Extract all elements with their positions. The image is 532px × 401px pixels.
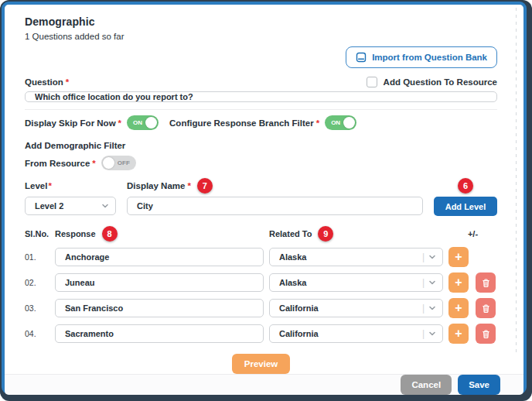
add-row-button[interactable]: + <box>448 247 469 267</box>
questions-count-text: 1 Questions added so far <box>25 32 497 41</box>
branch-filter-label: Configure Response Branch Filter* <box>169 118 319 128</box>
trash-icon <box>481 278 491 288</box>
level-select-value: Level 2 <box>35 201 101 211</box>
row-index: 04. <box>25 329 49 338</box>
select-separator: | <box>422 252 425 262</box>
question-bank-book-icon <box>356 52 367 63</box>
required-asterisk: * <box>66 77 69 87</box>
select-separator: | <box>422 303 425 314</box>
toggle-knob <box>145 117 157 129</box>
add-question-to-resource[interactable]: Add Question To Resource <box>367 77 497 87</box>
trash-icon <box>481 303 491 314</box>
related-select-value: California <box>279 303 422 313</box>
related-select-value: California <box>279 329 422 338</box>
col-header-plus-minus: +/- <box>448 229 497 238</box>
from-resource-label: From Resource* <box>25 159 96 168</box>
add-to-resource-checkbox[interactable] <box>367 77 377 87</box>
response-input[interactable] <box>55 299 264 317</box>
related-select[interactable]: California | <box>269 324 443 343</box>
related-select[interactable]: Alaska | <box>269 248 443 266</box>
col-header-response: Response 8 <box>55 226 264 242</box>
annotation-badge-9: 9 <box>318 226 333 242</box>
annotation-badge-8: 8 <box>102 226 118 242</box>
col-header-related-to: Related To 9 <box>269 226 443 242</box>
import-button-label: Import from Question Bank <box>372 53 487 62</box>
from-resource-toggle[interactable]: OFF <box>101 156 136 170</box>
table-row: 02. Alaska | + <box>25 272 497 293</box>
col-header-slno: Sl.No. <box>25 229 49 238</box>
related-select-value: Alaska <box>279 252 422 262</box>
response-input[interactable] <box>55 273 264 292</box>
add-row-button[interactable]: + <box>448 298 469 318</box>
add-row-button[interactable]: + <box>448 324 469 344</box>
toggle-knob <box>343 117 355 129</box>
row-index: 01. <box>25 252 49 262</box>
save-button[interactable]: Save <box>458 375 500 395</box>
toggle-knob <box>103 157 114 169</box>
delete-row-button[interactable] <box>476 324 496 344</box>
chevron-down-icon <box>428 253 436 261</box>
annotation-badge-7: 7 <box>197 178 213 194</box>
question-input[interactable] <box>25 91 497 102</box>
import-from-question-bank-button[interactable]: Import from Question Bank <box>346 46 497 68</box>
level-select[interactable]: Level 2 <box>25 197 116 215</box>
chevron-down-icon <box>428 279 436 286</box>
scrollbar-track[interactable] <box>511 8 520 352</box>
display-skip-toggle[interactable]: ON <box>127 115 159 130</box>
modal-footer: Cancel Save <box>5 374 523 395</box>
demographic-question-modal: Demographic 1 Questions added so far Imp… <box>2 2 527 394</box>
page-title: Demographic <box>25 15 497 28</box>
cancel-button[interactable]: Cancel <box>401 375 452 395</box>
add-row-button[interactable]: + <box>448 272 469 293</box>
chevron-down-icon <box>428 330 436 338</box>
table-row: 01. Alaska | + <box>25 247 497 267</box>
related-select[interactable]: California | <box>269 299 443 317</box>
question-label: Question* <box>25 77 69 87</box>
trash-icon <box>481 329 491 339</box>
add-to-resource-label: Add Question To Resource <box>384 77 497 87</box>
table-header-row: Sl.No. Response 8 Related To 9 +/- <box>25 226 497 242</box>
answer-rows: 01. Alaska | + 02. Alaska | + 03. <box>25 247 497 344</box>
add-demographic-filter-heading: Add Demographic Filter <box>25 141 497 150</box>
display-name-label: Display Name* 7 <box>127 177 423 194</box>
preview-button[interactable]: Preview <box>232 354 290 374</box>
chevron-down-icon <box>101 202 109 210</box>
related-select[interactable]: Alaska | <box>269 273 443 292</box>
annotation-badge-6: 6 <box>458 178 473 194</box>
modal-frame: Demographic 1 Questions added so far Imp… <box>0 0 532 401</box>
table-row: 04. California | + <box>25 324 497 344</box>
row-index: 02. <box>25 278 49 287</box>
response-input[interactable] <box>55 248 264 266</box>
add-level-button[interactable]: Add Level <box>434 197 497 216</box>
delete-row-button[interactable] <box>476 298 496 318</box>
response-table: Sl.No. Response 8 Related To 9 +/- 01. A… <box>25 226 497 349</box>
display-name-input[interactable] <box>127 197 423 215</box>
delete-row-button[interactable] <box>476 272 496 293</box>
select-separator: | <box>422 277 425 288</box>
row-index: 03. <box>25 303 49 313</box>
chevron-down-icon <box>428 304 436 312</box>
related-select-value: Alaska <box>279 278 422 287</box>
select-separator: | <box>422 328 425 339</box>
table-row: 03. California | + <box>25 298 497 318</box>
response-input[interactable] <box>55 324 264 343</box>
section-divider <box>25 109 497 110</box>
branch-filter-toggle[interactable]: ON <box>325 115 356 130</box>
level-label: Level* <box>25 177 116 194</box>
display-skip-label: Display Skip For Now* <box>25 118 121 128</box>
